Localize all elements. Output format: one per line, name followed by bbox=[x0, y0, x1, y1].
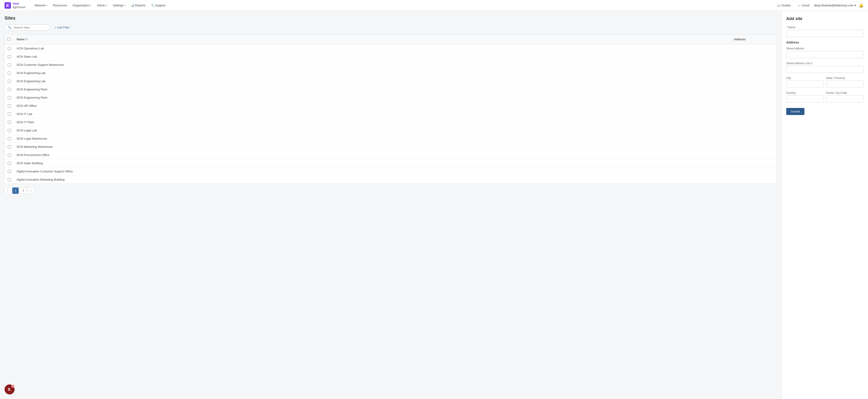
postal-field: Postal / Zip Code bbox=[826, 91, 864, 102]
version-badge[interactable]: 9. 3 bbox=[5, 385, 14, 394]
street-address-line2-label: Street Address Line 2 bbox=[786, 62, 863, 65]
table-row: DCN Engineering Lab bbox=[5, 77, 777, 86]
notification-bell[interactable]: 🔔 bbox=[859, 3, 863, 7]
row-address-12 bbox=[731, 144, 777, 149]
nav-item-guides[interactable]: 📖 Guides bbox=[775, 3, 793, 8]
submit-button[interactable]: Submit bbox=[786, 108, 804, 115]
nav-item-resources[interactable]: Resources bbox=[51, 2, 69, 8]
row-name-16: Digital Innovation Marketing Building bbox=[14, 175, 731, 184]
row-name-5: DCN Engineering Plant bbox=[14, 86, 731, 93]
row-checkbox-16[interactable] bbox=[8, 178, 11, 181]
pagination-page-1[interactable]: 1 bbox=[12, 188, 19, 194]
row-checkbox-10[interactable] bbox=[8, 129, 11, 132]
nav-item-settings[interactable]: Settings ▾ bbox=[111, 2, 128, 8]
row-checkbox-cell bbox=[5, 110, 14, 118]
user-email[interactable]: deep.bhalotia@tidalcloud.com ▾ bbox=[814, 4, 856, 7]
nav-item-admin[interactable]: Admin ▾ bbox=[95, 2, 110, 8]
table-row: Digital Innovation Customer Support Offi… bbox=[5, 167, 777, 175]
row-checkbox-cell bbox=[5, 135, 14, 142]
row-checkbox-cell bbox=[5, 53, 14, 61]
sites-panel: Sites 🔍 + Add Filter Name ⇅ Address bbox=[0, 11, 781, 399]
nav-item-support[interactable]: 🔧 Support bbox=[149, 2, 168, 8]
nav-item-cloud[interactable]: ☁️ Cloud bbox=[796, 3, 811, 8]
pagination-page-2[interactable]: 2 bbox=[20, 188, 26, 194]
row-checkbox-6[interactable] bbox=[8, 96, 11, 99]
row-checkbox-9[interactable] bbox=[8, 121, 11, 124]
nav-item-reports[interactable]: 📊 Reports bbox=[129, 2, 148, 8]
name-input[interactable] bbox=[786, 30, 863, 37]
row-address-4 bbox=[731, 79, 777, 84]
row-checkbox-15[interactable] bbox=[8, 170, 11, 173]
row-checkbox-2[interactable] bbox=[8, 63, 11, 67]
country-field: Country bbox=[786, 91, 824, 102]
table-row: ACN Sales Lab bbox=[5, 53, 777, 61]
table-row: DCN Engineering Plant bbox=[5, 86, 777, 94]
row-checkbox-3[interactable] bbox=[8, 71, 11, 75]
row-address-13 bbox=[731, 153, 777, 157]
name-label: Name bbox=[786, 26, 863, 29]
search-icon: 🔍 bbox=[8, 26, 11, 29]
row-name-14: DCN Sales Building bbox=[14, 159, 731, 167]
address-section-title: Address bbox=[786, 40, 863, 44]
row-checkbox-11[interactable] bbox=[8, 137, 11, 140]
state-label: State / Province bbox=[826, 76, 864, 80]
postal-label: Postal / Zip Code bbox=[826, 91, 864, 95]
table-body: ACN Operations Lab ACN Sales Lab DCN Cus… bbox=[5, 44, 777, 184]
row-address-15 bbox=[731, 169, 777, 174]
street-address-line2-input[interactable] bbox=[786, 66, 863, 73]
row-address-8 bbox=[731, 112, 777, 117]
table-row: DCN Procurement Office bbox=[5, 151, 777, 159]
row-checkbox-14[interactable] bbox=[8, 162, 11, 165]
navbar: tidal lightmesh Network ▾ Resources Orga… bbox=[0, 0, 868, 11]
state-field: State / Province bbox=[826, 76, 864, 88]
row-checkbox-12[interactable] bbox=[8, 145, 11, 148]
table-header: Name ⇅ Address bbox=[5, 34, 777, 44]
pagination-next[interactable]: › bbox=[28, 188, 34, 194]
row-address-1 bbox=[731, 55, 777, 59]
city-field: City bbox=[786, 76, 824, 88]
row-checkbox-5[interactable] bbox=[8, 88, 11, 91]
header-address: Address bbox=[731, 37, 777, 42]
row-checkbox-cell bbox=[5, 119, 14, 126]
row-name-6: DCN Engineering Plant bbox=[14, 94, 731, 102]
logo[interactable]: tidal lightmesh bbox=[5, 2, 26, 9]
row-name-4: DCN Engineering Lab bbox=[14, 77, 731, 85]
city-state-section: City State / Province bbox=[786, 76, 863, 88]
support-icon: 🔧 bbox=[151, 4, 154, 7]
state-input[interactable] bbox=[826, 80, 864, 88]
row-checkbox-cell bbox=[5, 143, 14, 151]
search-input[interactable] bbox=[13, 26, 47, 29]
row-checkbox-cell bbox=[5, 151, 14, 159]
city-input[interactable] bbox=[786, 80, 824, 88]
badge-dot: 3 bbox=[11, 385, 14, 388]
row-name-12: DCN Marketing Warehouse bbox=[14, 143, 731, 151]
row-checkbox-4[interactable] bbox=[8, 80, 11, 83]
add-site-title: Add site bbox=[786, 16, 863, 21]
row-checkbox-cell bbox=[5, 102, 14, 110]
search-box[interactable]: 🔍 bbox=[5, 24, 50, 31]
nav-item-network[interactable]: Network ▾ bbox=[32, 2, 50, 8]
street-address-input[interactable] bbox=[786, 51, 863, 58]
add-filter-button[interactable]: + Add Filter bbox=[53, 25, 71, 30]
sort-icon[interactable]: ⇅ bbox=[26, 38, 28, 41]
row-checkbox-1[interactable] bbox=[8, 55, 11, 58]
select-all-checkbox[interactable] bbox=[7, 38, 10, 41]
row-checkbox-0[interactable] bbox=[8, 47, 11, 50]
row-checkbox-8[interactable] bbox=[8, 112, 11, 116]
pagination-prev[interactable]: ‹ bbox=[5, 188, 11, 194]
row-address-7 bbox=[731, 104, 777, 108]
row-checkbox-cell bbox=[5, 69, 14, 77]
row-checkbox-cell bbox=[5, 45, 14, 53]
nav-menu: Network ▾ Resources Organization ▾ Admin… bbox=[32, 2, 775, 8]
table-row: DCN Engineering Plant bbox=[5, 94, 777, 102]
name-field-section: Name bbox=[786, 26, 863, 37]
country-label: Country bbox=[786, 91, 824, 95]
row-checkbox-13[interactable] bbox=[8, 154, 11, 157]
postal-input[interactable] bbox=[826, 95, 864, 102]
row-checkbox-7[interactable] bbox=[8, 104, 11, 107]
row-checkbox-cell bbox=[5, 159, 14, 167]
chevron-down-icon: ▾ bbox=[124, 4, 126, 7]
nav-item-organization[interactable]: Organization ▾ bbox=[70, 2, 94, 8]
row-checkbox-cell bbox=[5, 168, 14, 175]
country-input[interactable] bbox=[786, 95, 824, 102]
